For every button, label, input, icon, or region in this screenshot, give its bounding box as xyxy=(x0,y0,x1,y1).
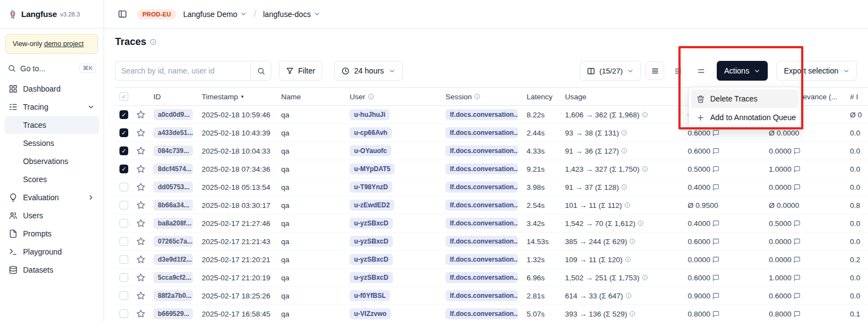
trace-id-pill[interactable]: b669529... xyxy=(153,308,193,319)
user-id-pill[interactable]: u-OYauofc xyxy=(350,145,391,156)
column-header-name[interactable]: Name xyxy=(277,93,345,101)
sidebar-item-tracing[interactable]: Tracing xyxy=(4,98,99,116)
session-id-pill[interactable]: lf.docs.conversation... xyxy=(446,182,518,193)
user-id-pill[interactable]: u-yzSBxcD xyxy=(350,236,393,247)
trace-id-pill[interactable]: a0cd0d9... xyxy=(153,109,193,120)
export-selection-button[interactable]: Export selection xyxy=(776,61,857,81)
project-switcher[interactable]: langfuse-docs xyxy=(263,10,321,19)
table-row[interactable]: 8dcf4574... 2025-02-18 07:34:36 qa u-MYp… xyxy=(115,160,868,178)
user-id-pill[interactable]: u-cp66Avh xyxy=(350,127,392,138)
trace-id-pill[interactable]: 5cca9cf2... xyxy=(153,272,193,283)
table-row[interactable]: 8b66a34... 2025-02-18 03:30:17 qa u-zEwd… xyxy=(115,196,868,214)
trace-id-pill[interactable]: d3e9d1f2... xyxy=(153,254,193,265)
table-row[interactable]: 5cca9cf2... 2025-02-17 21:20:19 qa u-yzS… xyxy=(115,269,868,287)
trace-id-pill[interactable]: 084c739... xyxy=(153,145,193,156)
trace-id-pill[interactable]: 8b66a34... xyxy=(153,200,193,211)
star-icon[interactable] xyxy=(136,128,145,137)
table-row[interactable]: 07265c7a... 2025-02-17 21:21:43 qa u-yzS… xyxy=(115,233,868,251)
trace-id-pill[interactable]: 07265c7a... xyxy=(153,236,193,247)
star-icon[interactable] xyxy=(136,146,145,155)
row-checkbox[interactable] xyxy=(119,201,128,210)
star-icon[interactable] xyxy=(136,255,145,264)
sidebar-item-datasets[interactable]: Datasets xyxy=(4,261,99,279)
star-icon[interactable] xyxy=(136,165,145,173)
table-row[interactable]: 084c739... 2025-02-18 10:04:33 qa u-OYau… xyxy=(115,142,868,160)
sidebar-item-prompts[interactable]: Prompts xyxy=(4,224,99,242)
row-checkbox[interactable] xyxy=(119,110,128,119)
session-id-pill[interactable]: lf.docs.conversation... xyxy=(446,127,518,138)
column-header-id[interactable]: ID xyxy=(149,93,197,101)
trace-id-pill[interactable]: dd05753... xyxy=(153,182,193,193)
column-header-timestamp[interactable]: Timestamp ▼ xyxy=(197,93,277,101)
session-id-pill[interactable]: lf.docs.conversation... xyxy=(446,272,518,283)
table-row[interactable]: b669529... 2025-02-17 16:58:45 qa u-VIZz… xyxy=(115,305,868,322)
session-id-pill[interactable]: lf.docs.conversation... xyxy=(446,200,518,211)
row-checkbox[interactable] xyxy=(119,309,128,318)
row-checkbox[interactable] xyxy=(119,183,128,191)
row-checkbox[interactable] xyxy=(119,128,128,137)
column-visibility-button[interactable]: (15/27) xyxy=(580,61,642,81)
session-id-pill[interactable]: lf.docs.conversation... xyxy=(446,308,518,319)
sidebar-item-sessions[interactable]: Sessions xyxy=(4,134,99,152)
search-button[interactable] xyxy=(250,61,271,81)
user-id-pill[interactable]: u-yzSBxcD xyxy=(350,254,393,265)
filter-button[interactable]: Filter xyxy=(279,61,322,81)
sidebar-item-scores[interactable]: Scores xyxy=(4,170,99,188)
row-height-large-button[interactable] xyxy=(692,61,710,80)
trace-id-pill[interactable]: 88f2a7b0... xyxy=(153,290,193,301)
row-checkbox[interactable] xyxy=(119,219,128,228)
star-icon[interactable] xyxy=(136,237,145,246)
table-row[interactable]: d3e9d1f2... 2025-02-17 21:20:21 qa u-yzS… xyxy=(115,251,868,269)
sidebar-item-observations[interactable]: Observations xyxy=(4,152,99,170)
row-checkbox[interactable] xyxy=(119,165,128,173)
sidebar-toggle-button[interactable] xyxy=(114,6,130,22)
star-icon[interactable] xyxy=(136,291,145,300)
time-range-button[interactable]: 24 hours xyxy=(334,61,402,81)
session-id-pill[interactable]: lf.docs.conversation... xyxy=(446,109,518,120)
demo-project-link[interactable]: demo project xyxy=(44,40,83,48)
session-id-pill[interactable]: lf.docs.conversation... xyxy=(446,236,518,247)
sidebar-item-playground[interactable]: Playground xyxy=(4,242,99,261)
user-id-pill[interactable]: u-MYpDAT5 xyxy=(350,163,395,174)
user-id-pill[interactable]: u-T98YnzD xyxy=(350,182,392,193)
row-checkbox[interactable] xyxy=(119,291,128,300)
actions-button[interactable]: Actions xyxy=(717,61,768,81)
star-icon[interactable] xyxy=(136,273,145,282)
star-icon[interactable] xyxy=(136,183,145,191)
session-id-pill[interactable]: lf.docs.conversation... xyxy=(446,290,518,301)
trace-id-pill[interactable]: ba8a208f... xyxy=(153,218,193,229)
trace-id-pill[interactable]: a433de51... xyxy=(153,127,193,138)
session-id-pill[interactable]: lf.docs.conversation... xyxy=(446,145,518,156)
column-header-session[interactable]: Session xyxy=(441,93,522,101)
star-icon[interactable] xyxy=(136,309,145,318)
session-id-pill[interactable]: lf.docs.conversation... xyxy=(446,218,518,229)
select-all-checkbox[interactable] xyxy=(119,92,128,101)
star-icon[interactable] xyxy=(136,219,145,228)
menu-item-add-to-annotation-queue[interactable]: Add to Annotation Queue xyxy=(691,108,798,127)
search-input[interactable] xyxy=(115,61,250,81)
go-to-search[interactable]: Go to... ⌘K xyxy=(0,59,104,77)
org-switcher[interactable]: Langfuse Demo xyxy=(183,10,247,19)
table-row[interactable]: 88f2a7b0... 2025-02-17 18:25:26 qa u-f0Y… xyxy=(115,287,868,305)
sidebar-item-users[interactable]: Users xyxy=(4,206,99,224)
session-id-pill[interactable]: lf.docs.conversation... xyxy=(446,254,518,265)
sidebar-item-evaluation[interactable]: Evaluation xyxy=(4,188,99,206)
column-header-user[interactable]: User xyxy=(345,93,441,101)
column-header-usage[interactable]: Usage xyxy=(561,93,683,101)
menu-item-delete-traces[interactable]: Delete Traces xyxy=(691,89,798,108)
column-header-latency[interactable]: Latency xyxy=(522,93,561,101)
user-id-pill[interactable]: u-f0YfBSL xyxy=(350,290,390,301)
column-header-score3[interactable]: # I xyxy=(846,93,868,101)
star-icon[interactable] xyxy=(136,201,145,210)
sidebar-item-dashboard[interactable]: Dashboard xyxy=(4,80,99,98)
session-id-pill[interactable]: lf.docs.conversation... xyxy=(446,163,518,174)
row-height-medium-button[interactable] xyxy=(669,61,687,80)
row-checkbox[interactable] xyxy=(119,273,128,282)
user-id-pill[interactable]: u-yzSBxcD xyxy=(350,272,393,283)
row-checkbox[interactable] xyxy=(119,237,128,246)
sidebar-item-traces[interactable]: Traces xyxy=(4,116,99,134)
user-id-pill[interactable]: u-yzSBxcD xyxy=(350,218,393,229)
environment-badge[interactable]: PROD-EU xyxy=(137,9,176,19)
table-row[interactable]: dd05753... 2025-02-18 05:13:54 qa u-T98Y… xyxy=(115,178,868,196)
table-row[interactable]: ba8a208f... 2025-02-17 21:27:46 qa u-yzS… xyxy=(115,214,868,233)
